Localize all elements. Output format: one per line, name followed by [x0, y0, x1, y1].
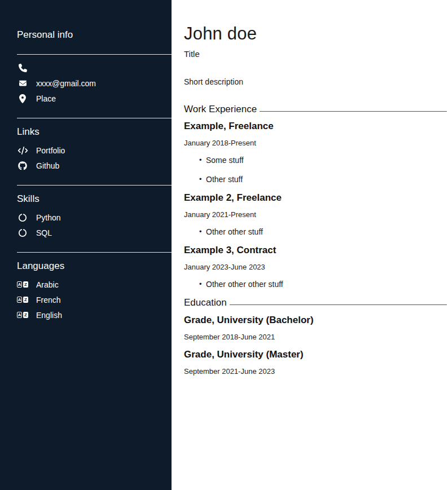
work-entry-title: Example, Freelance	[184, 121, 447, 132]
place-label: Place	[36, 94, 56, 103]
work-entry: Example 3, Contract January 2023-June 20…	[184, 245, 447, 289]
skill-row: SQL	[0, 225, 172, 240]
person-title: Title	[184, 49, 447, 59]
work-entry-title: Example 2, Freelance	[184, 192, 447, 204]
bullet-item: Some stuff	[199, 156, 447, 165]
email-label: xxxx@gmail.com	[36, 79, 96, 88]
skills-heading: Skills	[17, 193, 172, 205]
work-entry-bullets: Other other other stuff	[184, 280, 447, 289]
section-rule	[230, 304, 447, 305]
language-label: French	[36, 295, 61, 304]
education-section-heading: Education	[184, 297, 447, 308]
email-row: xxxx@gmail.com	[0, 76, 172, 91]
section-heading-label: Education	[184, 297, 227, 308]
work-entry-dates: January 2021-Present	[184, 210, 447, 219]
github-link-label: Github	[36, 161, 59, 170]
sidebar-divider	[17, 54, 172, 55]
section-heading-label: Work Experience	[184, 104, 257, 115]
github-icon	[17, 161, 28, 170]
work-entry: Example, Freelance January 2018-Present …	[184, 121, 447, 184]
translate-icon: AZ	[17, 297, 28, 303]
personal-info-heading: Personal info	[17, 29, 172, 41]
language-row: AZ Arabic	[0, 277, 172, 292]
sidebar-divider	[17, 185, 172, 186]
language-label: Arabic	[36, 280, 59, 289]
translate-icon: AZ	[17, 312, 28, 318]
bullet-item: Other other stuff	[199, 227, 447, 236]
sidebar-link-github[interactable]: Github	[0, 158, 172, 173]
work-entry: Example 2, Freelance January 2021-Presen…	[184, 192, 447, 236]
languages-heading: Languages	[17, 261, 172, 272]
education-entry-dates: September 2021-June 2023	[184, 367, 447, 376]
education-entry-title: Grade, University (Bachelor)	[184, 315, 447, 326]
phone-icon	[17, 64, 28, 72]
sidebar-divider	[17, 118, 172, 118]
sidebar-link-portfolio[interactable]: Portfolio	[0, 143, 172, 158]
circle-notch-icon	[17, 229, 28, 237]
sidebar-divider	[17, 252, 172, 253]
education-entry-title: Grade, University (Master)	[184, 349, 447, 360]
language-row: AZ French	[0, 292, 172, 307]
code-icon	[17, 147, 28, 154]
main-content: John doe Title Short description Work Ex…	[172, 0, 448, 490]
bullet-item: Other stuff	[199, 175, 447, 184]
language-label: English	[36, 311, 62, 320]
portfolio-link-label: Portfolio	[36, 146, 65, 155]
skill-label: SQL	[36, 228, 52, 237]
person-name: John doe	[184, 24, 447, 44]
sidebar: Personal info xxxx@gmail.com Place Links	[0, 0, 172, 490]
place-row: Place	[0, 91, 172, 106]
work-entry-dates: January 2018-Present	[184, 139, 447, 147]
short-description: Short description	[184, 77, 447, 86]
language-row: AZ English	[0, 307, 172, 323]
links-heading: Links	[17, 126, 172, 138]
work-entry-dates: January 2023-June 2023	[184, 263, 447, 271]
work-entry-title: Example 3, Contract	[184, 245, 447, 256]
education-entry-dates: September 2018-June 2021	[184, 333, 447, 341]
bullet-item: Other other other stuff	[199, 280, 447, 289]
section-rule	[260, 111, 447, 112]
education-entry: Grade, University (Bachelor) September 2…	[184, 315, 447, 341]
education-entry: Grade, University (Master) September 202…	[184, 349, 447, 376]
work-entry-bullets: Other other stuff	[184, 227, 447, 236]
skill-row: Python	[0, 210, 172, 225]
location-pin-icon	[17, 94, 28, 103]
skill-label: Python	[36, 213, 61, 222]
work-experience-section-heading: Work Experience	[184, 104, 447, 115]
translate-icon: AZ	[17, 281, 28, 288]
envelope-icon	[17, 80, 28, 87]
work-entry-bullets: Some stuff Other stuff	[184, 156, 447, 184]
phone-row	[0, 60, 172, 76]
circle-notch-icon	[17, 214, 28, 222]
